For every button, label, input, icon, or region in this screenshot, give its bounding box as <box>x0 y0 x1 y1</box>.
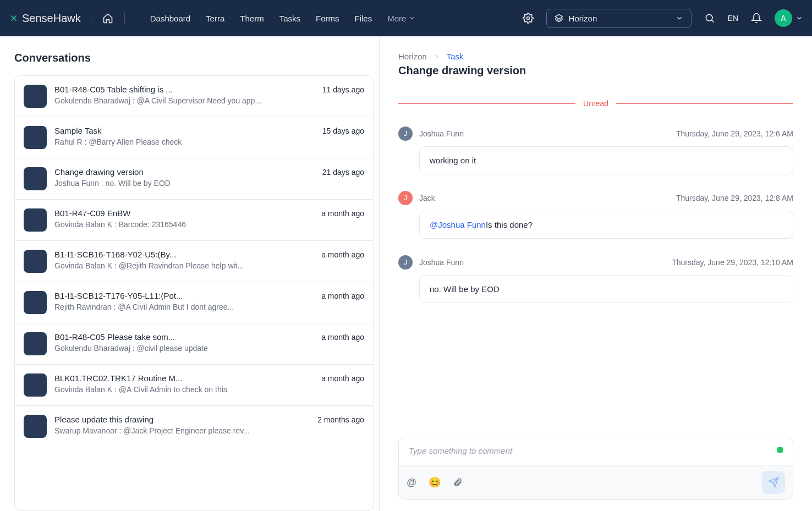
message-author: Joshua Funn <box>419 258 464 267</box>
attach-button[interactable] <box>453 477 463 487</box>
separator-line <box>616 103 793 104</box>
chevron-down-icon <box>408 14 416 22</box>
unread-separator: Unread <box>398 99 793 108</box>
nav-terra[interactable]: Terra <box>206 14 224 23</box>
conversation-thumbnail <box>24 208 47 232</box>
message-bubble: no. Will be by EOD <box>419 275 793 303</box>
unread-label: Unread <box>583 99 608 108</box>
send-button[interactable] <box>762 471 785 494</box>
conversation-item[interactable]: B1-I1-SCB12-T176-Y05-L11:(Pot... a month… <box>15 282 373 323</box>
project-select[interactable]: Horizon <box>546 9 692 28</box>
conversation-title: B01-R48-C05 Please take som... <box>54 332 175 342</box>
conversation-time: 21 days ago <box>322 168 364 177</box>
conversation-item[interactable]: B01-R48-C05 Table shifting is ... 11 day… <box>15 76 373 117</box>
conversation-preview: Rahul R : @Barry Allen Please check <box>54 138 364 146</box>
conversations-title: Conversations <box>14 52 379 64</box>
conversation-item[interactable]: BLK01.TRC02.TRK17 Routine M... a month a… <box>15 365 373 406</box>
conversation-preview: Rejith Ravindran : @A Civil Admin But I … <box>54 303 364 311</box>
message-header: J Joshua Funn Thursday, June 29, 2023, 1… <box>398 127 793 141</box>
conversation-preview: Swarup Mavanoor : @Jack Project Engineer… <box>54 426 364 435</box>
conversation-thumbnail <box>24 250 47 273</box>
logo: SenseHawk <box>9 12 81 25</box>
message-author: Joshua Funn <box>419 129 464 138</box>
conversations-list[interactable]: B01-R48-C05 Table shifting is ... 11 day… <box>14 75 374 511</box>
bell-icon <box>751 13 762 24</box>
composer: @ 😊 <box>398 437 793 500</box>
conversation-thumbnail <box>24 85 47 108</box>
mention-button[interactable]: @ <box>407 477 416 488</box>
conversation-item[interactable]: Please update this drawing 2 months ago … <box>15 406 373 447</box>
conversation-item[interactable]: B01-R47-C09 EnBW a month ago Govinda Bal… <box>15 200 373 241</box>
conversation-item[interactable]: Sample Task 15 days ago Rahul R : @Barry… <box>15 117 373 158</box>
emoji-button[interactable]: 😊 <box>429 476 441 488</box>
paperclip-icon <box>453 477 463 487</box>
conversation-title: B01-R47-C09 EnBW <box>54 208 130 218</box>
user-menu[interactable]: A <box>775 9 803 27</box>
conversation-thumbnail <box>24 415 47 438</box>
search-button[interactable] <box>704 12 716 24</box>
language-toggle[interactable]: EN <box>728 14 738 23</box>
nav-files[interactable]: Files <box>354 14 372 23</box>
home-button[interactable] <box>101 12 114 25</box>
conversation-thumbnail <box>24 332 47 355</box>
conversation-time: 15 days ago <box>322 127 364 135</box>
message-bubble: working on it <box>419 146 793 174</box>
message: J Joshua Funn Thursday, June 29, 2023, 1… <box>398 255 793 303</box>
conversation-thumbnail <box>24 291 47 314</box>
conversation-preview: Joshua Funn : no. Will be by EOD <box>54 179 364 188</box>
breadcrumb-task[interactable]: Task <box>447 52 464 61</box>
chevron-down-icon <box>676 14 683 22</box>
conversation-item[interactable]: B1-I1-SCB16-T168-Y02-U5:(By... a month a… <box>15 241 373 282</box>
header-right: Horizon EN A <box>522 9 803 28</box>
conversation-time: 11 days ago <box>322 85 364 94</box>
separator-line <box>398 103 575 104</box>
divider <box>124 13 125 24</box>
message: J Jack Thursday, June 29, 2023, 12:8 AM … <box>398 191 793 239</box>
message-time: Thursday, June 29, 2023, 12:6 AM <box>676 129 793 138</box>
conversation-title: B01-R48-C05 Table shifting is ... <box>54 85 173 94</box>
message-header: J Jack Thursday, June 29, 2023, 12:8 AM <box>398 191 793 205</box>
settings-button[interactable] <box>522 12 534 24</box>
conversation-body: B01-R48-C05 Table shifting is ... 11 day… <box>54 85 364 108</box>
message-time: Thursday, June 29, 2023, 12:10 AM <box>672 258 793 267</box>
nav-dashboard[interactable]: Dashboard <box>150 14 190 23</box>
messages-list: J Joshua Funn Thursday, June 29, 2023, 1… <box>398 127 793 431</box>
conversation-title: Please update this drawing <box>54 415 153 424</box>
conversation-item[interactable]: Change drawing version 21 days ago Joshu… <box>15 158 373 200</box>
conversation-time: a month ago <box>321 209 364 218</box>
nav-forms[interactable]: Forms <box>316 14 339 23</box>
status-indicator <box>777 447 783 453</box>
avatar: A <box>775 9 792 27</box>
conversation-title: Change drawing version <box>54 167 144 177</box>
conversation-time: a month ago <box>321 250 364 259</box>
nav-more[interactable]: More <box>387 14 416 23</box>
conversation-item[interactable]: B01-R48-C05 Please take som... a month a… <box>15 323 373 365</box>
composer-toolbar: @ 😊 <box>399 465 793 499</box>
conversation-body: Change drawing version 21 days ago Joshu… <box>54 167 364 190</box>
layers-icon <box>555 14 563 23</box>
thread-title: Change drawing version <box>398 64 793 77</box>
conversation-time: a month ago <box>321 292 364 300</box>
nav-tasks[interactable]: Tasks <box>279 14 300 23</box>
logo-text: SenseHawk <box>22 12 81 25</box>
message-avatar: J <box>398 255 413 270</box>
conversation-thumbnail <box>24 126 47 149</box>
svg-point-0 <box>526 17 529 20</box>
breadcrumb-project[interactable]: Horizon <box>398 52 427 61</box>
conversation-title: Sample Task <box>54 126 102 135</box>
conversations-panel: Conversations B01-R48-C05 Table shifting… <box>0 36 380 511</box>
conversation-body: Sample Task 15 days ago Rahul R : @Barry… <box>54 126 364 149</box>
message-avatar: J <box>398 191 413 205</box>
project-select-text: Horizon <box>569 14 670 23</box>
notifications-button[interactable] <box>750 12 762 24</box>
conversation-preview: Gokulendu Bharadwaj : @A Civil Superviso… <box>54 96 364 105</box>
comment-input[interactable] <box>409 446 783 455</box>
svg-point-1 <box>706 14 712 21</box>
logo-icon <box>9 13 19 23</box>
conversation-preview: Govinda Balan K : Barcode: 23165446 <box>54 220 364 229</box>
nav-therm[interactable]: Therm <box>240 14 264 23</box>
conversation-preview: Govinda Balan K : @Rejith Ravindran Plea… <box>54 261 364 270</box>
nav-more-label: More <box>387 14 406 23</box>
search-icon <box>704 13 715 24</box>
conversation-time: 2 months ago <box>317 415 364 424</box>
